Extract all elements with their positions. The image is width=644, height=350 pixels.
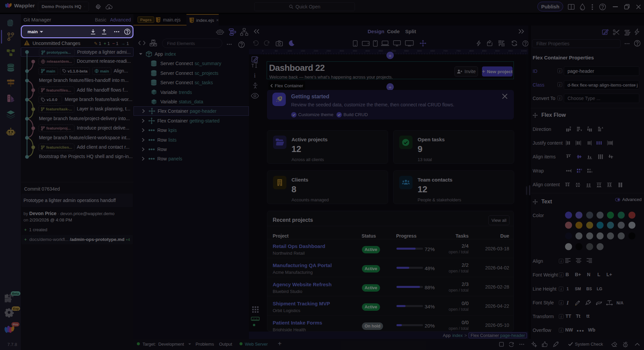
svg-text:850: 850 [482,49,487,52]
svg-text:400: 400 [365,49,370,52]
svg-text:50: 50 [275,49,278,52]
svg-text:750: 750 [456,49,461,52]
svg-text:250: 250 [326,49,331,52]
svg-text:550: 550 [404,49,409,52]
svg-text:650: 650 [430,49,435,52]
svg-text:950: 950 [508,49,513,52]
svg-text:100: 100 [287,49,292,52]
svg-text:1000: 1000 [521,49,527,52]
svg-text:700: 700 [443,49,448,52]
svg-text:900: 900 [495,49,500,52]
svg-text:150: 150 [301,49,305,52]
svg-text:500: 500 [391,49,396,52]
svg-text:0: 0 [262,49,264,52]
svg-text:450: 450 [378,49,383,52]
svg-text:300: 300 [339,49,344,52]
svg-text:350: 350 [353,49,357,52]
svg-text:800: 800 [469,49,474,52]
svg-text:600: 600 [417,49,422,52]
svg-text:200: 200 [314,49,318,52]
